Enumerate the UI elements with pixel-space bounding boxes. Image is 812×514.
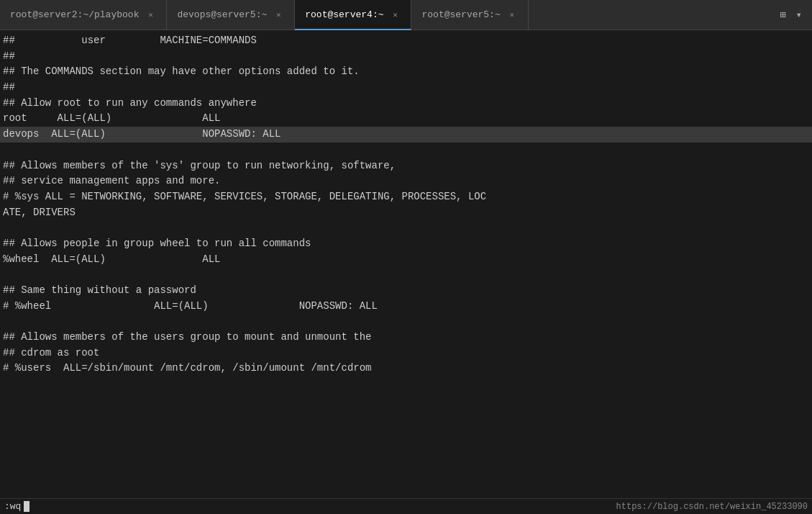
tab-actions: ⊞ ▾ (770, 0, 812, 30)
tab-server5-label: root@server5:~ (421, 9, 500, 20)
tab-menu-button[interactable]: ▾ (793, 7, 805, 22)
tab-devops-close[interactable]: ✕ (273, 9, 284, 21)
tab-devops-label: devops@server5:~ (177, 9, 267, 20)
new-tab-button[interactable]: ⊞ (777, 7, 788, 22)
status-url: https://blog.csdn.net/weixin_45233090 (616, 502, 808, 512)
tab-server2[interactable]: root@server2:~/playbook ✕ (0, 0, 167, 30)
status-bar: :wq https://blog.csdn.net/weixin_4523309… (0, 498, 812, 514)
tab-server2-close[interactable]: ✕ (145, 9, 156, 21)
tab-server4-label: root@server4:~ (305, 9, 383, 20)
status-command: :wq (4, 501, 29, 512)
tab-devops[interactable]: devops@server5:~ ✕ (167, 0, 295, 30)
tab-server5-close[interactable]: ✕ (506, 9, 518, 21)
terminal-line-highlighted: devops ALL=(ALL) NOPASSWD: ALL (0, 127, 812, 143)
terminal-content: ## user MACHINE=COMMANDS ## ## The COMMA… (0, 30, 812, 498)
tab-bar: root@server2:~/playbook ✕ devops@server5… (0, 0, 812, 30)
tab-server4[interactable]: root@server4:~ ✕ (295, 0, 411, 30)
tab-server2-label: root@server2:~/playbook (10, 9, 139, 20)
terminal-text: ## user MACHINE=COMMANDS ## ## The COMMA… (3, 33, 809, 377)
command-text: :wq (4, 501, 21, 512)
tab-server4-close[interactable]: ✕ (389, 9, 401, 20)
cursor (24, 501, 29, 512)
tab-server5[interactable]: root@server5:~ ✕ (411, 0, 528, 30)
